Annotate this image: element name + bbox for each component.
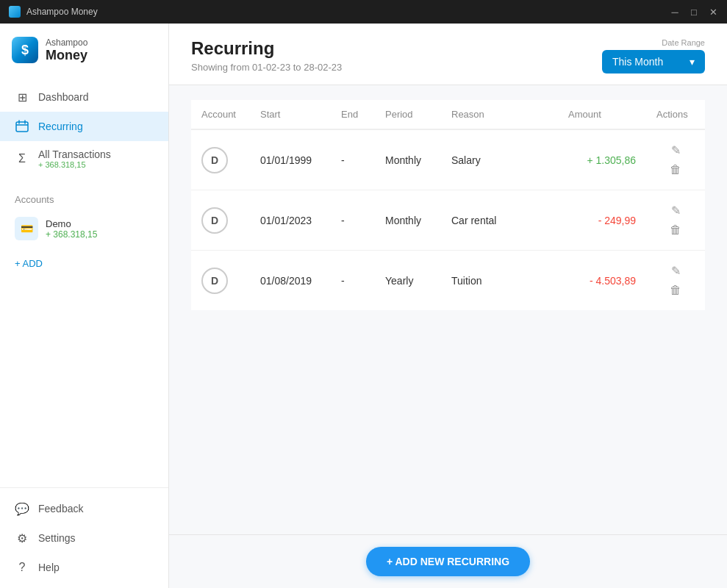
- svg-rect-0: [16, 122, 28, 132]
- add-account-button[interactable]: + ADD: [0, 252, 168, 275]
- chevron-down-icon: ▾: [690, 56, 695, 68]
- footer-bar: + ADD NEW RECURRING: [169, 534, 727, 588]
- main-nav: ⊞ Dashboard Recurring Σ All Transacti: [0, 76, 168, 182]
- accounts-section: Accounts 💳 Demo + 368.318,15: [0, 182, 168, 252]
- cell-account-1: D: [191, 190, 250, 251]
- cell-reason-0: Salary: [441, 129, 558, 190]
- cell-actions-0: ✎ 🗑: [646, 129, 705, 190]
- transactions-icon: Σ: [15, 151, 29, 166]
- window-controls: ─ □ ✕: [670, 7, 718, 17]
- sidebar: $ Ashampoo Money ⊞ Dashboard: [0, 24, 169, 588]
- help-icon: ?: [15, 560, 29, 575]
- nav-item-all-transactions[interactable]: Σ All Transactions + 368.318,15: [0, 141, 168, 176]
- nav-item-dashboard[interactable]: ⊞ Dashboard: [0, 82, 168, 112]
- col-header-end: End: [331, 100, 375, 129]
- add-new-label: + ADD NEW RECURRING: [387, 556, 509, 567]
- close-button[interactable]: ✕: [708, 7, 718, 17]
- minimize-button[interactable]: ─: [670, 7, 680, 17]
- col-header-reason: Reason: [441, 100, 558, 129]
- nav-label-feedback: Feedback: [38, 503, 83, 514]
- cell-actions-1: ✎ 🗑: [646, 190, 705, 251]
- edit-button-2[interactable]: ✎: [667, 261, 685, 281]
- account-demo[interactable]: 💳 Demo + 368.318,15: [15, 211, 154, 246]
- maximize-button[interactable]: □: [689, 7, 699, 17]
- dashboard-icon: ⊞: [15, 90, 29, 104]
- amount-value-0: + 1.305,86: [587, 154, 636, 166]
- nav-item-help[interactable]: ? Help: [0, 553, 168, 582]
- add-new-recurring-button[interactable]: + ADD NEW RECURRING: [366, 547, 530, 576]
- col-header-actions: Actions: [646, 100, 705, 129]
- cell-amount-2: - 4.503,89: [558, 251, 646, 311]
- table-body: D 01/01/1999 - Monthly Salary + 1.305,86…: [191, 129, 705, 310]
- cell-start-1: 01/01/2023: [250, 190, 331, 251]
- brand-product: Money: [46, 48, 87, 63]
- account-icon: 💳: [15, 217, 38, 240]
- cell-end-2: -: [331, 251, 375, 311]
- col-header-account: Account: [191, 100, 250, 129]
- table-row: D 01/01/1999 - Monthly Salary + 1.305,86…: [191, 129, 705, 190]
- cell-amount-1: - 249,99: [558, 190, 646, 251]
- cell-amount-0: + 1.305,86: [558, 129, 646, 190]
- feedback-icon: 💬: [15, 501, 29, 516]
- brand-text: Ashampoo Money: [46, 37, 87, 63]
- accounts-label: Accounts: [15, 194, 154, 205]
- cell-start-0: 01/01/1999: [250, 129, 331, 190]
- sidebar-bottom: 💬 Feedback ⚙ Settings ? Help: [0, 487, 168, 588]
- nav-label-transactions: All Transactions: [38, 148, 111, 160]
- edit-button-0[interactable]: ✎: [667, 140, 685, 160]
- page-title: Recurring: [191, 38, 342, 59]
- row-avatar-1: D: [201, 207, 228, 234]
- nav-item-feedback[interactable]: 💬 Feedback: [0, 494, 168, 523]
- date-range-control: Date Range This Month ▾: [602, 38, 705, 82]
- amount-value-2: - 4.503,89: [590, 275, 636, 287]
- cell-account-2: D: [191, 251, 250, 311]
- cell-end-0: -: [331, 129, 375, 190]
- nav-item-settings[interactable]: ⚙ Settings: [0, 523, 168, 553]
- delete-button-0[interactable]: 🗑: [665, 160, 686, 179]
- app-body: $ Ashampoo Money ⊞ Dashboard: [0, 24, 727, 588]
- brand-company: Ashampoo: [46, 37, 87, 48]
- nav-label-settings: Settings: [38, 532, 76, 544]
- date-range-value: This Month: [612, 56, 663, 68]
- recurring-icon: [15, 119, 29, 134]
- row-avatar-0: D: [201, 147, 228, 173]
- cell-start-2: 01/08/2019: [250, 251, 331, 311]
- page-subtitle: Showing from 01-02-23 to 28-02-23: [191, 62, 342, 73]
- brand-logo: $: [12, 37, 38, 63]
- cell-period-0: Monthly: [375, 129, 441, 190]
- account-info: Demo + 368.318,15: [46, 218, 97, 240]
- edit-button-1[interactable]: ✎: [667, 201, 685, 220]
- nav-item-recurring[interactable]: Recurring: [0, 112, 168, 141]
- cell-period-1: Monthly: [375, 190, 441, 251]
- app-title: Ashampoo Money: [26, 7, 670, 17]
- delete-button-1[interactable]: 🗑: [665, 220, 686, 240]
- cell-account-0: D: [191, 129, 250, 190]
- delete-button-2[interactable]: 🗑: [665, 281, 686, 300]
- nav-label-dashboard: Dashboard: [38, 91, 89, 103]
- page-title-section: Recurring Showing from 01-02-23 to 28-02…: [191, 38, 342, 85]
- nav-label-recurring: Recurring: [38, 121, 83, 132]
- date-range-label: Date Range: [662, 38, 705, 47]
- cell-reason-1: Car rental: [441, 190, 558, 251]
- app-icon: [9, 6, 21, 18]
- row-avatar-2: D: [201, 268, 228, 294]
- amount-value-1: - 249,99: [598, 215, 636, 226]
- table-container: Account Start End Period Reason Amount A…: [169, 85, 727, 534]
- cell-end-1: -: [331, 190, 375, 251]
- titlebar: Ashampoo Money ─ □ ✕: [0, 0, 727, 24]
- account-balance: + 368.318,15: [46, 229, 97, 240]
- add-account-label: + ADD: [15, 258, 43, 269]
- table-header: Account Start End Period Reason Amount A…: [191, 100, 705, 129]
- date-range-select[interactable]: This Month ▾: [602, 50, 705, 74]
- cell-reason-2: Tuition: [441, 251, 558, 311]
- cell-period-2: Yearly: [375, 251, 441, 311]
- transactions-balance: + 368.318,15: [38, 160, 111, 169]
- nav-label-help: Help: [38, 562, 60, 573]
- account-name: Demo: [46, 218, 97, 229]
- main-content: Recurring Showing from 01-02-23 to 28-02…: [169, 24, 727, 588]
- brand: $ Ashampoo Money: [0, 24, 168, 76]
- main-header: Recurring Showing from 01-02-23 to 28-02…: [169, 24, 727, 85]
- table-row: D 01/01/2023 - Monthly Car rental - 249,…: [191, 190, 705, 251]
- recurring-table: Account Start End Period Reason Amount A…: [191, 100, 705, 310]
- col-header-start: Start: [250, 100, 331, 129]
